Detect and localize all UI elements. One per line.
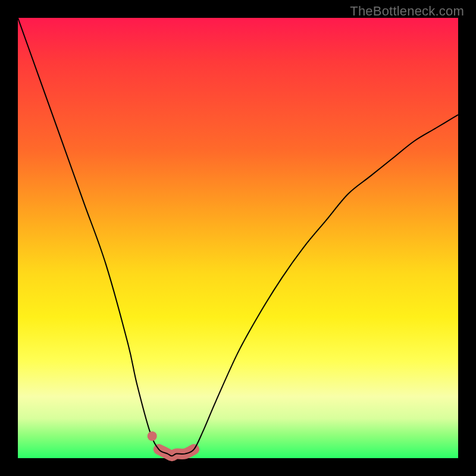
watermark-text: TheBottleneck.com: [350, 4, 464, 19]
plot-area: [18, 18, 458, 458]
chart-frame: TheBottleneck.com: [0, 0, 476, 476]
bottleneck-curve: [18, 18, 458, 456]
bottleneck-dot: [148, 431, 157, 441]
curve-svg: [18, 18, 458, 458]
